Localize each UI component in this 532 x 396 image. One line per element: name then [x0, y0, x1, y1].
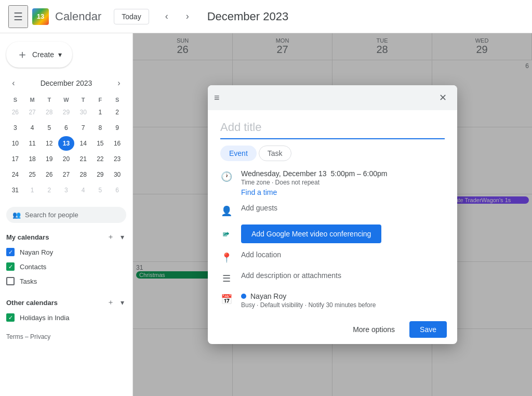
- calendar-item-holidays-india[interactable]: ✓ Holidays in India: [4, 310, 128, 325]
- datetime-line[interactable]: Wednesday, December 13 5:00pm – 6:00pm: [241, 169, 445, 178]
- mini-cal-day-3-4[interactable]: 21: [75, 152, 91, 166]
- modal-close-button[interactable]: ✕: [434, 89, 451, 106]
- mini-cal-day-5-3[interactable]: 3: [58, 183, 74, 197]
- location-content[interactable]: Add location: [241, 250, 445, 259]
- next-month-button[interactable]: ›: [178, 7, 197, 26]
- today-button[interactable]: Today: [114, 9, 149, 24]
- mini-cal-day-1-1[interactable]: 4: [24, 121, 41, 135]
- my-calendars-collapse-button[interactable]: ▾: [118, 231, 126, 243]
- mini-cal-day-4-3[interactable]: 27: [58, 167, 74, 182]
- mini-cal-day-3-3[interactable]: 20: [58, 152, 74, 166]
- mini-cal-day-1-5[interactable]: 8: [92, 121, 109, 135]
- terms-link[interactable]: Terms: [6, 333, 23, 340]
- mini-cal-day-1-3[interactable]: 6: [58, 121, 74, 135]
- nayan-roy-checkbox[interactable]: ✓: [6, 248, 15, 256]
- tab-event-button[interactable]: Event: [220, 146, 257, 161]
- search-people-field[interactable]: 👥 Search for people: [6, 207, 126, 223]
- calendar-item-nayan-roy[interactable]: ✓ Nayan Roy: [4, 245, 128, 259]
- mini-cal-dow-thu: T: [75, 96, 91, 104]
- other-calendars-add-button[interactable]: ＋: [105, 297, 116, 308]
- find-time-button[interactable]: Find a time: [241, 188, 277, 196]
- calendar-item-tasks[interactable]: Tasks: [4, 274, 128, 288]
- mini-cal-day-2-1[interactable]: 11: [24, 136, 41, 151]
- mini-cal-day-4-4[interactable]: 28: [75, 167, 91, 182]
- mini-cal-day-3-6[interactable]: 23: [109, 152, 125, 166]
- modal-body: Event Task 🕐 Wednesday, December 13 5:00…: [208, 110, 457, 315]
- mini-cal-day-0-6[interactable]: 2: [109, 105, 125, 120]
- mini-cal-day-2-6[interactable]: 16: [109, 136, 125, 151]
- tab-task-button[interactable]: Task: [259, 146, 291, 161]
- mini-cal-dow-sat: S: [109, 96, 125, 104]
- add-meet-button[interactable]: Add Google Meet video conferencing: [241, 225, 381, 243]
- mini-cal-day-4-5[interactable]: 29: [92, 167, 109, 182]
- mini-cal-day-3-1[interactable]: 18: [24, 152, 41, 166]
- modal-tabs: Event Task: [220, 146, 445, 161]
- mini-cal-day-3-2[interactable]: 19: [41, 152, 57, 166]
- main-calendar: SUN 26 MON 27 TUE 28 WED 29: [133, 33, 532, 396]
- mini-cal-day-5-2[interactable]: 2: [41, 183, 57, 197]
- calendar-dot: [241, 294, 246, 299]
- calendar-name-label: Nayan Roy: [250, 292, 286, 300]
- mini-cal-day-1-0[interactable]: 3: [7, 121, 23, 135]
- datetime-row: 🕐 Wednesday, December 13 5:00pm – 6:00pm…: [220, 169, 445, 196]
- mini-cal-day-0-4[interactable]: 30: [75, 105, 91, 120]
- mini-cal-day-2-5[interactable]: 15: [92, 136, 109, 151]
- event-title-input[interactable]: [220, 118, 445, 139]
- calendar-row: 📅 Nayan Roy Busy · Default visibility · …: [220, 292, 445, 309]
- mini-cal-day-2-3[interactable]: 13: [58, 136, 74, 151]
- mini-cal-day-0-2[interactable]: 28: [41, 105, 57, 120]
- description-content[interactable]: Add description or attachments: [241, 271, 445, 280]
- other-calendars-section: Other calendars ＋ ▾ ✓ Holidays in India: [4, 295, 128, 325]
- mini-cal-day-5-5[interactable]: 5: [92, 183, 109, 197]
- mini-cal-day-1-2[interactable]: 5: [41, 121, 57, 135]
- calendar-item-contacts[interactable]: ✓ Contacts: [4, 259, 128, 274]
- mini-cal-day-0-3[interactable]: 29: [58, 105, 74, 120]
- mini-cal-day-5-1[interactable]: 1: [24, 183, 41, 197]
- mini-cal-next-button[interactable]: ›: [112, 76, 126, 90]
- mini-cal-prev-button[interactable]: ‹: [6, 76, 21, 90]
- search-people-label: Search for people: [25, 211, 78, 219]
- mini-cal-day-2-2[interactable]: 12: [41, 136, 57, 151]
- mini-cal-day-1-4[interactable]: 7: [75, 121, 91, 135]
- nayan-roy-label: Nayan Roy: [20, 248, 53, 256]
- holidays-checkbox[interactable]: ✓: [6, 313, 15, 322]
- sidebar: ＋ Create ▾ ‹ December 2023 › S M T W T: [0, 33, 133, 396]
- other-calendars-collapse-button[interactable]: ▾: [118, 297, 126, 308]
- prev-month-button[interactable]: ‹: [157, 7, 176, 26]
- mini-cal-day-4-0[interactable]: 24: [7, 167, 23, 182]
- holidays-check-icon: ✓: [8, 314, 13, 321]
- google-calendar-logo: 13: [32, 8, 49, 25]
- mini-cal-day-4-6[interactable]: 30: [109, 167, 125, 182]
- my-calendars-add-button[interactable]: ＋: [105, 231, 116, 243]
- other-calendars-header[interactable]: Other calendars ＋ ▾: [4, 295, 128, 310]
- mini-cal-day-5-6[interactable]: 6: [109, 183, 125, 197]
- mini-cal-day-2-0[interactable]: 10: [7, 136, 23, 151]
- more-options-button[interactable]: More options: [344, 321, 403, 338]
- mini-cal-day-5-0[interactable]: 31: [7, 183, 23, 197]
- mini-cal-day-4-1[interactable]: 25: [24, 167, 41, 182]
- mini-cal-day-3-0[interactable]: 17: [7, 152, 23, 166]
- hamburger-menu-button[interactable]: ☰: [8, 5, 28, 28]
- mini-cal-day-5-4[interactable]: 4: [75, 183, 91, 197]
- tasks-checkbox[interactable]: [6, 277, 15, 285]
- mini-cal-day-0-0[interactable]: 26: [7, 105, 23, 120]
- create-button[interactable]: ＋ Create ▾: [6, 42, 72, 68]
- modal-overlay: ≡ ✕ Event Task 🕐: [133, 33, 532, 396]
- mini-cal-dow-mon: M: [24, 96, 41, 104]
- my-calendars-header[interactable]: My calendars ＋ ▾: [4, 229, 128, 245]
- modal-drag-handle-icon: ≡: [214, 93, 220, 103]
- other-calendars-title: Other calendars: [6, 299, 58, 307]
- contacts-checkbox[interactable]: ✓: [6, 262, 15, 271]
- holidays-india-label: Holidays in India: [20, 314, 69, 322]
- mini-cal-day-2-4[interactable]: 14: [75, 136, 91, 151]
- save-button[interactable]: Save: [409, 321, 447, 338]
- mini-cal-day-0-5[interactable]: 1: [92, 105, 109, 120]
- guests-content[interactable]: Add guests: [241, 204, 445, 212]
- mini-calendar: ‹ December 2023 › S M T W T F S: [4, 76, 128, 199]
- mini-cal-day-3-5[interactable]: 22: [92, 152, 109, 166]
- privacy-link[interactable]: Privacy: [30, 333, 50, 340]
- mini-cal-day-0-1[interactable]: 27: [24, 105, 41, 120]
- search-people-icon: 👥: [12, 211, 21, 219]
- mini-cal-day-1-6[interactable]: 9: [109, 121, 125, 135]
- mini-cal-day-4-2[interactable]: 26: [41, 167, 57, 182]
